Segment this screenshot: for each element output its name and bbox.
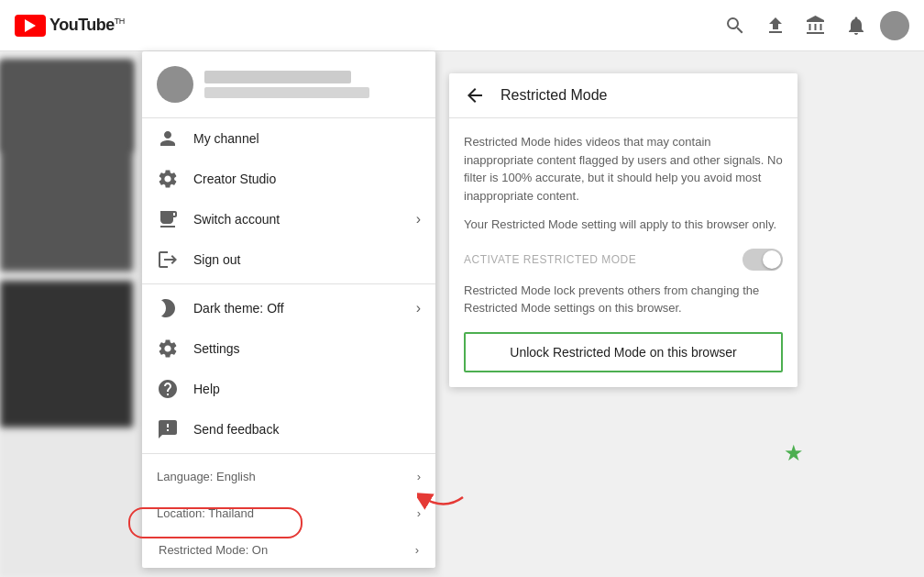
switch-account-icon [157, 208, 179, 230]
notifications-icon[interactable] [840, 9, 873, 42]
menu-item-dark-theme[interactable]: Dark theme: Off › [142, 288, 435, 328]
panel-description-1: Restricted Mode hides videos that may co… [464, 133, 783, 205]
send-feedback-label: Send feedback [193, 422, 421, 437]
menu-item-creator-studio[interactable]: Creator Studio [142, 159, 435, 199]
menu-item-location[interactable]: Location: Thailand › [142, 494, 435, 531]
switch-account-label: Switch account [193, 212, 402, 227]
restricted-mode-panel: Restricted Mode Restricted Mode hides vi… [449, 73, 798, 387]
creator-studio-icon [157, 168, 179, 190]
youtube-logo-icon [15, 15, 46, 37]
restricted-mode-toggle[interactable] [742, 249, 783, 271]
restricted-mode-arrow: › [415, 543, 419, 557]
annotation-star: ★ [784, 440, 804, 466]
menu-user-avatar [157, 66, 193, 103]
panel-header: Restricted Mode [449, 73, 798, 118]
dark-theme-arrow: › [416, 300, 421, 316]
help-label: Help [193, 382, 421, 396]
dark-theme-label: Dark theme: Off [193, 301, 402, 316]
feedback-icon [157, 418, 179, 440]
search-icon[interactable] [719, 9, 752, 42]
creator-studio-label: Creator Studio [193, 172, 421, 186]
help-icon [157, 378, 179, 400]
menu-item-help[interactable]: Help [142, 369, 435, 409]
upload-icon[interactable] [759, 9, 792, 42]
menu-user-name-blurred [204, 71, 351, 83]
activate-label: ACTIVATE RESTRICTED MODE [464, 253, 636, 266]
person-icon [157, 128, 179, 150]
youtube-logo[interactable]: YouTubeTH [15, 15, 125, 37]
unlock-restricted-mode-button[interactable]: Unlock Restricted Mode on this browser [464, 332, 783, 372]
dark-theme-icon [157, 297, 179, 319]
settings-label: Settings [193, 341, 421, 356]
panel-title: Restricted Mode [500, 87, 608, 104]
youtube-logo-text: YouTubeTH [50, 16, 125, 35]
activate-restricted-row: ACTIVATE RESTRICTED MODE [464, 249, 783, 271]
language-label: Language: English [157, 470, 256, 483]
menu-item-language[interactable]: Language: English › [142, 458, 435, 494]
menu-user-email-blurred [204, 87, 369, 98]
panel-description-2: Your Restricted Mode setting will apply … [464, 216, 783, 234]
account-dropdown: My channel Creator Studio Switch account… [142, 51, 435, 568]
switch-account-arrow: › [416, 211, 421, 227]
menu-item-restricted-mode[interactable]: Restricted Mode: On › [142, 531, 435, 568]
sign-out-label: Sign out [193, 252, 421, 267]
menu-item-switch-account[interactable]: Switch account › [142, 199, 435, 239]
menu-divider-2 [142, 453, 435, 454]
user-avatar-header[interactable] [880, 11, 909, 40]
panel-back-button[interactable] [464, 84, 486, 106]
my-channel-label: My channel [193, 131, 421, 146]
panel-body: Restricted Mode hides videos that may co… [449, 118, 798, 387]
restricted-mode-label: Restricted Mode: On [159, 543, 268, 557]
language-arrow: › [417, 470, 421, 483]
menu-divider-1 [142, 283, 435, 284]
sign-out-icon [157, 249, 179, 271]
location-label: Location: Thailand [157, 506, 254, 520]
menu-item-send-feedback[interactable]: Send feedback [142, 409, 435, 449]
menu-user-header [142, 51, 435, 118]
location-arrow: › [417, 506, 421, 520]
youtube-header: YouTubeTH [0, 0, 924, 51]
apps-icon[interactable] [799, 9, 832, 42]
menu-item-my-channel[interactable]: My channel [142, 118, 435, 159]
menu-item-sign-out[interactable]: Sign out [142, 239, 435, 280]
settings-icon [157, 338, 179, 360]
menu-user-info [204, 71, 421, 98]
panel-lock-description: Restricted Mode lock prevents others fro… [464, 282, 783, 317]
menu-item-settings[interactable]: Settings [142, 328, 435, 369]
